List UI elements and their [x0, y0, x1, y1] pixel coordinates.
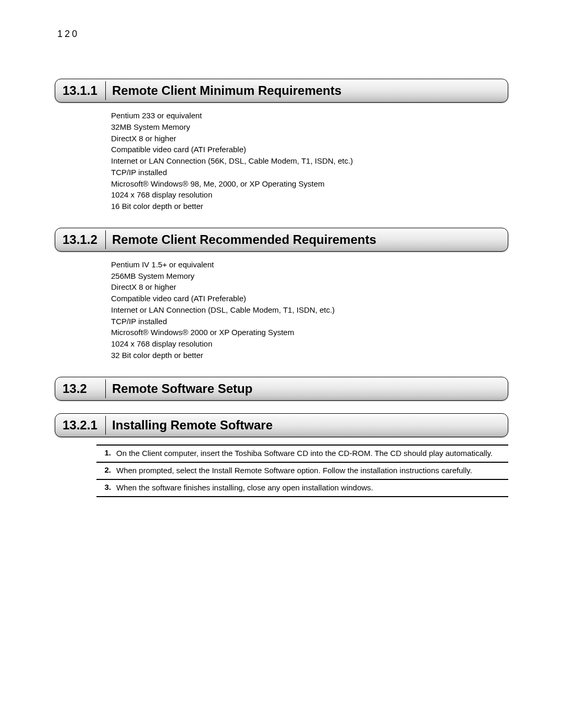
- install-steps: 1. On the Client computer, insert the To…: [96, 445, 508, 498]
- section-number: 13.1.1: [55, 79, 105, 102]
- section-number: 13.1.2: [55, 228, 105, 251]
- step-number: 3.: [96, 483, 116, 493]
- section-header-13-2-1: 13.2.1 Installing Remote Software: [55, 413, 508, 437]
- section-title: Installing Remote Software: [106, 414, 279, 437]
- list-item: TCP/IP installed: [111, 167, 508, 178]
- list-item: Microsoft® Windows® 98, Me, 2000, or XP …: [111, 178, 508, 190]
- list-item: 32 Bit color depth or better: [111, 350, 508, 361]
- step-text: When the software finishes installing, c…: [116, 483, 508, 493]
- step-row: 2. When prompted, select the Install Rem…: [96, 462, 508, 479]
- list-item: 16 Bit color depth or better: [111, 201, 508, 212]
- requirements-list-rec: Pentium IV 1.5+ or equivalent 256MB Syst…: [111, 259, 508, 361]
- list-item: 256MB System Memory: [111, 270, 508, 282]
- document-page: 120 13.1.1 Remote Client Minimum Require…: [0, 0, 563, 528]
- section-number: 13.2: [55, 377, 105, 400]
- list-item: 1024 x 768 display resolution: [111, 338, 508, 350]
- list-item: 1024 x 768 display resolution: [111, 189, 508, 201]
- list-item: TCP/IP installed: [111, 316, 508, 327]
- section-number: 13.2.1: [55, 414, 105, 437]
- requirements-list-min: Pentium 233 or equivalent 32MB System Me…: [111, 110, 508, 212]
- list-item: Pentium 233 or equivalent: [111, 110, 508, 121]
- step-number: 1.: [96, 448, 116, 459]
- step-row: 1. On the Client computer, insert the To…: [96, 445, 508, 462]
- step-text: On the Client computer, insert the Toshi…: [116, 448, 508, 459]
- list-item: 32MB System Memory: [111, 121, 508, 133]
- list-item: Microsoft® Windows® 2000 or XP Operating…: [111, 327, 508, 338]
- section-title: Remote Client Recommended Requirements: [106, 228, 383, 251]
- step-text: When prompted, select the Install Remote…: [116, 465, 508, 476]
- section-header-13-1-1: 13.1.1 Remote Client Minimum Requirement…: [55, 79, 508, 103]
- section-header-13-1-2: 13.1.2 Remote Client Recommended Require…: [55, 228, 508, 252]
- step-row: 3. When the software finishes installing…: [96, 479, 508, 497]
- list-item: Compatible video card (ATI Preferable): [111, 144, 508, 155]
- list-item: DirectX 8 or higher: [111, 281, 508, 293]
- section-title: Remote Software Setup: [106, 377, 259, 400]
- section-title: Remote Client Minimum Requirements: [106, 79, 348, 102]
- list-item: Pentium IV 1.5+ or equivalent: [111, 259, 508, 270]
- step-number: 2.: [96, 465, 116, 476]
- list-item: DirectX 8 or higher: [111, 133, 508, 144]
- section-header-13-2: 13.2 Remote Software Setup: [55, 377, 508, 401]
- list-item: Internet or LAN Connection (DSL, Cable M…: [111, 304, 508, 316]
- list-item: Internet or LAN Connection (56K, DSL, Ca…: [111, 155, 508, 167]
- list-item: Compatible video card (ATI Preferable): [111, 293, 508, 304]
- page-number: 120: [57, 29, 508, 40]
